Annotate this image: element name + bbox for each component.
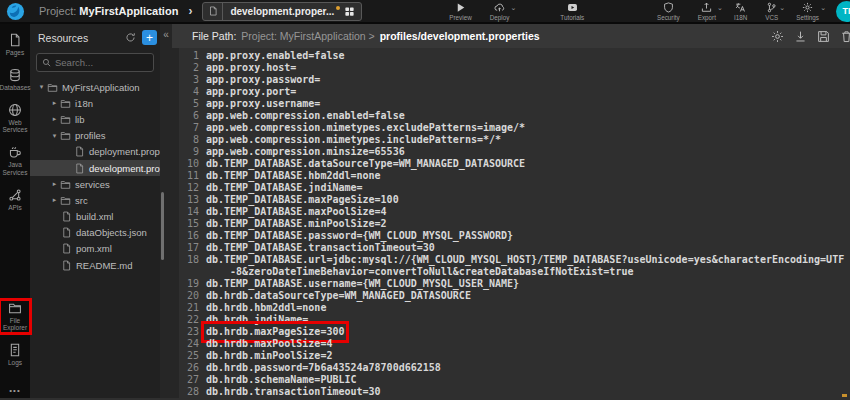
code-line-17[interactable]: 17db.TEMP_DATABASE.transactionTimeout=30 <box>179 242 850 254</box>
topbar-action-deploy[interactable]: ⌄Deploy <box>490 2 510 21</box>
code-editor[interactable]: 1app.proxy.enabled=false2app.proxy.host=… <box>172 48 850 398</box>
tree-item-i18n[interactable]: ▸i18n <box>30 95 160 111</box>
code-line-7[interactable]: 7app.web.compression.mimetypes.excludePa… <box>179 122 850 134</box>
code-line-1[interactable]: 1app.proxy.enabled=false <box>179 50 850 62</box>
topbar-action-security[interactable]: Security <box>657 2 680 21</box>
code-line-12[interactable]: 12db.TEMP_DATABASE.jndiName= <box>179 182 850 194</box>
sidebar-item-java-services[interactable]: Java Services <box>1 145 29 177</box>
tree-item-myfirstapplication[interactable]: ▾MyFirstApplication <box>30 79 160 95</box>
code-line-22[interactable]: 22db.hrdb.jndiName= <box>179 314 850 326</box>
tree-item-lib[interactable]: ▸lib <box>30 111 160 127</box>
tree-file-icon <box>74 163 85 174</box>
grid-view-icon[interactable] <box>344 6 355 17</box>
code-line-2[interactable]: 2app.proxy.host= <box>179 62 850 74</box>
line-number: 15 <box>179 218 206 230</box>
sidebar-item-web-services[interactable]: Web Services <box>1 103 29 135</box>
tree-item-deployment-properties[interactable]: deployment.properties <box>30 144 160 160</box>
tree-item-dataobjects-json[interactable]: dataObjects.json <box>30 225 160 241</box>
sidebar-item-label: Logs <box>8 359 22 367</box>
tree-item-development-properties[interactable]: development.properties <box>30 160 160 176</box>
tree-scrollbar-thumb[interactable] <box>161 192 164 260</box>
code-line-8[interactable]: 8app.web.compression.mimetypes.includePa… <box>179 134 850 146</box>
code-line-18[interactable]: 18db.TEMP_DATABASE.url=jdbc:mysql://{WM_… <box>179 254 850 266</box>
chevron-down-icon[interactable]: ⌄ <box>779 4 785 11</box>
caret-right-icon[interactable]: ▸ <box>49 115 60 123</box>
chevron-down-icon[interactable]: ⌄ <box>820 4 826 11</box>
code-line-5[interactable]: 5app.proxy.username= <box>179 98 850 110</box>
tree-item-services[interactable]: ▸services <box>30 176 160 192</box>
wavemaker-logo-icon <box>6 2 25 21</box>
caret-right-icon[interactable]: ▸ <box>49 196 60 204</box>
topbar-action-tutorials[interactable]: Tutorials <box>560 2 584 21</box>
top-bar: Project: MyFirstApplication › developmen… <box>0 0 850 24</box>
code-line-14[interactable]: 14db.TEMP_DATABASE.maxPoolSize=4 <box>179 206 850 218</box>
tree-file-icon <box>74 146 85 157</box>
topbar-action-vcs[interactable]: ⌄VCS <box>765 2 778 21</box>
code-line-27[interactable]: 27db.hrdb.schemaName=PUBLIC <box>179 374 850 386</box>
code-line-10[interactable]: 10db.TEMP_DATABASE.dataSourceType=WM_MAN… <box>179 158 850 170</box>
code-line-4[interactable]: 4app.proxy.port= <box>179 86 850 98</box>
tree-item-profiles[interactable]: ▾profiles <box>30 128 160 144</box>
caret-right-icon[interactable]: ▸ <box>49 99 60 107</box>
file-icon <box>203 3 223 20</box>
sidebar-item-pages[interactable]: Pages <box>1 33 29 57</box>
code-line-24[interactable]: 24db.hrdb.maxPoolSize=4 <box>179 338 850 350</box>
project-name: MyFirstApplication <box>79 5 178 17</box>
topbar-action-i18n[interactable]: I18N <box>734 2 747 21</box>
code-line-9[interactable]: 9app.web.compression.minsize=65536 <box>179 146 850 158</box>
gear-icon <box>802 2 813 13</box>
logs-icon <box>8 343 22 357</box>
code-line-16[interactable]: 16db.TEMP_DATABASE.password={WM_CLOUD_MY… <box>179 230 850 242</box>
line-number: 17 <box>179 242 206 254</box>
line-number: 23 <box>179 326 206 338</box>
editor-tool-download-icon[interactable] <box>794 30 807 43</box>
add-resource-button[interactable]: + <box>142 30 157 45</box>
caret-down-icon[interactable]: ▾ <box>36 83 47 91</box>
editor-tool-gear-icon[interactable] <box>771 30 784 43</box>
sidebar-item-logs[interactable]: Logs <box>1 343 29 367</box>
line-number <box>179 266 206 278</box>
topbar-action-preview[interactable]: Preview <box>449 2 471 21</box>
code-line-3[interactable]: 3app.proxy.password= <box>179 74 850 86</box>
sidebar-item-apis[interactable]: APIs <box>1 188 29 212</box>
user-avatar[interactable]: TI <box>836 1 850 22</box>
code-line-26[interactable]: 26db.hrdb.password=7b6a43524a78700d66215… <box>179 362 850 374</box>
code-text: db.hrdb.minPoolSize=2 <box>206 350 332 362</box>
code-line-15[interactable]: 15db.TEMP_DATABASE.minPoolSize=2 <box>179 218 850 230</box>
tree-item-build-xml[interactable]: build.xml <box>30 209 160 225</box>
tree-item-pom-xml[interactable]: pom.xml <box>30 241 160 257</box>
line-number: 9 <box>179 146 206 158</box>
caret-right-icon[interactable]: ▸ <box>49 180 60 188</box>
search-input[interactable] <box>55 57 148 68</box>
code-line-25[interactable]: 25db.hrdb.minPoolSize=2 <box>179 350 850 362</box>
code-line-28[interactable]: 28db.hrdb.transactionTimeout=30 <box>179 386 850 398</box>
code-line-23[interactable]: 23db.hrdb.maxPageSize=300 <box>179 326 850 338</box>
code-line-21[interactable]: 21db.hrdb.hbm2ddl=none <box>179 302 850 314</box>
code-line-19[interactable]: 19db.TEMP_DATABASE.username={WM_CLOUD_MY… <box>179 278 850 290</box>
line-number: 21 <box>179 302 206 314</box>
editor-tool-trash-icon[interactable] <box>840 30 850 43</box>
sidebar-item-databases[interactable]: Databases <box>1 68 29 92</box>
tree-file-icon <box>61 260 72 271</box>
chevron-down-icon[interactable]: ⌄ <box>717 4 723 11</box>
code-line-11[interactable]: 11db.TEMP_DATABASE.hbm2ddl=none <box>179 170 850 182</box>
tree-item-readme-md[interactable]: README.md <box>30 257 160 273</box>
tree-item-src[interactable]: ▸src <box>30 192 160 208</box>
chevron-down-icon[interactable]: ⌄ <box>510 4 516 11</box>
code-line-wrap[interactable]: -8&zeroDateTimeBehavior=convertToNull&cr… <box>179 266 850 278</box>
refresh-icon[interactable] <box>125 32 136 43</box>
open-file-tab[interactable]: development.proper... <box>202 2 362 21</box>
code-line-20[interactable]: 20db.hrdb.dataSourceType=WM_MANAGED_DATA… <box>179 290 850 302</box>
code-line-6[interactable]: 6app.web.compression.enabled=false <box>179 110 850 122</box>
sidebar-item-file-explorer[interactable]: File Explorer <box>1 301 29 333</box>
caret-down-icon[interactable]: ▾ <box>49 132 60 140</box>
topbar-action-export[interactable]: ⌄Export <box>698 2 716 21</box>
editor-tool-save-icon[interactable] <box>817 30 830 43</box>
code-line-13[interactable]: 13db.TEMP_DATABASE.maxPageSize=100 <box>179 194 850 206</box>
tree-item-label: dataObjects.json <box>76 227 147 238</box>
panel-splitter[interactable]: « <box>160 24 172 398</box>
topbar-action-settings[interactable]: ⌄Settings <box>796 2 819 21</box>
tree-item-label: src <box>75 195 88 206</box>
sidebar-overflow-menu[interactable]: ••• <box>9 386 20 395</box>
collapse-panel-icon[interactable]: « <box>160 29 172 40</box>
